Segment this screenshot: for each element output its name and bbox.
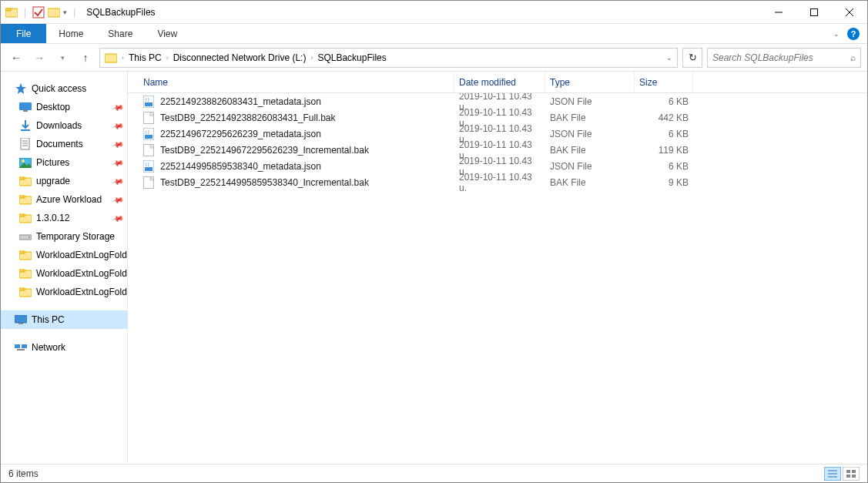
crumb-sep-icon[interactable]: › [122, 54, 124, 62]
search-box[interactable]: ⌕ [707, 48, 861, 68]
sidebar-item[interactable]: Downloads📌 [1, 116, 127, 135]
qat-dropdown-icon[interactable]: ▾ [63, 8, 67, 16]
pin-icon: 📌 [112, 212, 124, 224]
svg-rect-34 [18, 323, 23, 324]
pin-icon: 📌 [112, 175, 124, 187]
column-header-size[interactable]: Size [635, 72, 693, 92]
nav-quick-access[interactable]: Quick access [1, 79, 127, 98]
sidebar-item-label: upgrade [36, 176, 70, 186]
nav-back-button[interactable]: ← [7, 49, 25, 67]
sidebar-item[interactable]: Temporary Storage [1, 227, 127, 246]
file-name: TestDB9_2252149238826083431_Full.bak [160, 112, 336, 123]
title-sep: | [24, 7, 26, 18]
nav-up-button[interactable]: ↑ [76, 49, 95, 67]
file-type: JSON File [545, 129, 635, 139]
close-button[interactable] [832, 1, 867, 24]
svg-rect-53 [846, 470, 850, 473]
pin-icon: 📌 [112, 119, 124, 132]
nav-label: Network [32, 342, 65, 353]
sidebar-item-label: Azure Workload [36, 194, 102, 205]
folder-icon [19, 175, 32, 187]
crumb-sep-icon[interactable]: › [310, 54, 313, 62]
svg-rect-56 [852, 475, 856, 478]
address-folder-icon [105, 52, 117, 64]
breadcrumb-this-pc[interactable]: This PC [126, 49, 165, 67]
column-label: Size [639, 77, 657, 88]
sidebar-item[interactable]: 1.3.0.12📌 [1, 209, 127, 227]
svg-rect-55 [846, 475, 850, 478]
maximize-button[interactable] [796, 1, 832, 24]
network-icon [15, 341, 27, 354]
ribbon-collapse-icon[interactable]: ⌄ [833, 30, 840, 38]
svg-rect-35 [15, 344, 20, 348]
ribbon-tab-view[interactable]: View [145, 24, 189, 43]
pin-icon: 📌 [112, 101, 124, 113]
svg-rect-36 [22, 344, 27, 348]
svg-rect-33 [15, 315, 27, 323]
crumb-sep-icon[interactable]: › [166, 54, 169, 62]
address-bar[interactable]: › This PC › Disconnected Network Drive (… [99, 48, 678, 68]
sidebar-item[interactable]: upgrade📌 [1, 172, 127, 190]
breadcrumb-folder[interactable]: SQLBackupFiles [314, 49, 389, 67]
sidebar-item[interactable]: WorkloadExtnLogFolder [1, 283, 127, 301]
column-header-type[interactable]: Type [545, 72, 635, 92]
desktop-icon [19, 101, 32, 113]
file-icon: { } [143, 128, 156, 140]
file-name: TestDB9_2252144995859538340_Incremental.… [160, 177, 369, 188]
file-icon [143, 112, 156, 124]
column-header-name[interactable]: Name [139, 72, 454, 92]
sidebar-item[interactable]: Documents📌 [1, 135, 127, 153]
sidebar-item[interactable]: WorkloadExtnLogFolder [1, 246, 127, 264]
search-input[interactable] [712, 52, 850, 63]
nav-network[interactable]: Network [1, 338, 127, 357]
folder-icon [19, 212, 32, 224]
pin-icon: 📌 [112, 138, 124, 150]
svg-rect-30 [19, 270, 25, 272]
status-item-count: 6 items [8, 468, 39, 479]
sidebar-item[interactable]: Pictures📌 [1, 153, 127, 172]
svg-rect-24 [19, 214, 25, 216]
sidebar-item-label: 1.3.0.12 [36, 213, 69, 223]
pin-icon: 📌 [112, 156, 124, 169]
svg-text:{ }: { } [146, 162, 149, 166]
pictures-icon [19, 156, 32, 169]
file-row[interactable]: TestDB9_2252144995859538340_Incremental.… [128, 174, 867, 190]
svg-point-18 [22, 159, 25, 163]
sidebar-item-label: Desktop [36, 102, 70, 112]
help-icon[interactable]: ? [847, 28, 860, 40]
svg-marker-9 [15, 83, 26, 94]
svg-rect-5 [811, 8, 818, 15]
address-history-dropdown[interactable]: ⌄ [666, 54, 672, 62]
column-label: Name [143, 77, 168, 88]
file-type: BAK File [545, 112, 635, 123]
file-icon [143, 144, 156, 156]
ribbon-tab-home[interactable]: Home [46, 24, 96, 43]
view-details-button[interactable] [824, 467, 841, 481]
nav-forward-button[interactable]: → [30, 49, 49, 67]
nav-this-pc[interactable]: This PC [1, 310, 127, 329]
nav-recent-dropdown[interactable]: ▾ [53, 49, 72, 67]
column-headers: Name Date modified Type Size [128, 72, 867, 93]
sidebar-item[interactable]: WorkloadExtnLogFolder [1, 264, 127, 283]
file-size: 442 KB [635, 112, 693, 123]
breadcrumb-drive[interactable]: Disconnected Network Drive (L:) [170, 49, 310, 67]
sidebar-item[interactable]: Desktop📌 [1, 98, 127, 116]
sidebar-item[interactable]: Azure Workload📌 [1, 190, 127, 209]
ribbon-tab-share[interactable]: Share [96, 24, 145, 43]
svg-point-26 [28, 236, 30, 238]
view-thumbnails-button[interactable] [843, 467, 860, 481]
nav-row: ← → ▾ ↑ › This PC › Disconnected Network… [1, 44, 867, 72]
qat-folder-icon[interactable] [48, 6, 60, 18]
this-pc-icon [15, 314, 27, 326]
refresh-button[interactable]: ↻ [682, 48, 702, 68]
ribbon-tab-file[interactable]: File [1, 24, 46, 43]
status-bar: 6 items [1, 464, 867, 482]
search-icon[interactable]: ⌕ [850, 52, 856, 63]
column-header-date[interactable]: Date modified [454, 72, 545, 92]
qat-checked-icon[interactable] [32, 6, 45, 18]
app-folder-icon [5, 6, 18, 18]
title-bar: | ▾ | SQLBackupFiles [1, 1, 867, 24]
sidebar-item-label: Pictures [36, 157, 69, 168]
minimize-button[interactable] [761, 1, 796, 24]
sidebar-item-label: WorkloadExtnLogFolder [36, 268, 128, 279]
